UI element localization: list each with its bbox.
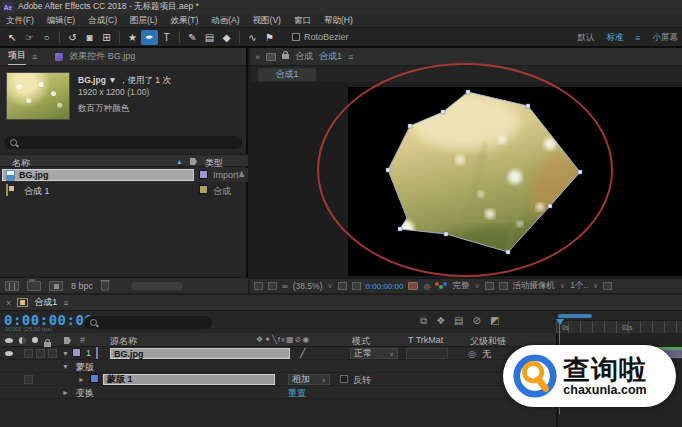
label-color-swatch[interactable] [199, 185, 208, 194]
timeline-tab-comp1[interactable]: 合成1 [34, 296, 57, 309]
new-composition-icon[interactable] [49, 281, 63, 291]
tab-comp1[interactable]: 合成1 [258, 68, 316, 81]
layer-name[interactable]: BG.jpg [110, 348, 290, 359]
project-item-row[interactable]: 合成 1 合成 [0, 183, 248, 197]
tab-project[interactable]: 项目 [8, 49, 26, 65]
close-icon[interactable]: × [6, 298, 11, 308]
show-channels-icon[interactable] [435, 282, 447, 290]
chevron-down-icon[interactable]: ∨ [560, 282, 565, 290]
workspace-more-icon[interactable]: ≡ [636, 33, 641, 43]
layer-visibility-eye-icon[interactable] [5, 351, 13, 356]
menu-animation[interactable]: 动画(A) [211, 15, 239, 27]
expand-arrow-icon[interactable]: ► [78, 376, 85, 383]
menu-file[interactable]: 文件(F) [6, 15, 34, 27]
workspace-default[interactable]: 默认 [578, 32, 595, 44]
composition-mini-flowchart-icon[interactable]: ⧉ [420, 315, 427, 327]
3d-glasses-icon[interactable]: ∞ [282, 282, 288, 291]
project-search-input[interactable] [4, 136, 242, 149]
menu-window[interactable]: 窗口 [294, 15, 311, 27]
menu-effect[interactable]: 效果(T) [170, 15, 198, 27]
graph-editor-icon[interactable]: ◩ [490, 315, 499, 327]
mask-name[interactable]: 蒙版 1 [103, 374, 275, 385]
time-ruler[interactable]: 0s 01s [556, 320, 682, 333]
chevron-down-icon[interactable]: ∨ [474, 282, 479, 290]
viewer-panel-menu-icon[interactable]: ≡ [348, 52, 353, 62]
transparency-grid-icon[interactable] [352, 282, 361, 290]
footage-thumbnail[interactable] [6, 72, 70, 120]
composition-viewport[interactable] [250, 82, 682, 278]
label-column-icon[interactable] [64, 337, 71, 344]
mask-row[interactable]: ► 蒙版 1 相加 ∨ 反转 [0, 373, 554, 386]
pixel-aspect-icon[interactable] [603, 282, 612, 290]
pickwhip-icon[interactable]: ◎ [468, 349, 476, 359]
audio-column-icon[interactable] [19, 337, 26, 344]
clone-stamp-tool-icon[interactable]: ▤ [201, 30, 218, 45]
mask-visibility-toggle[interactable] [24, 375, 33, 384]
panel-chevrons-icon[interactable]: » [255, 52, 260, 62]
mask-mode-dropdown[interactable]: 相加 ∨ [288, 374, 330, 385]
view-count-dropdown[interactable]: 1个.. [570, 280, 588, 292]
timeline-search-input[interactable] [84, 316, 212, 329]
expand-arrow-icon[interactable]: ► [62, 389, 69, 396]
frame-blending-icon[interactable]: ▤ [454, 315, 463, 327]
menu-view[interactable]: 视图(V) [253, 15, 281, 27]
brush-tool-icon[interactable]: ✎ [184, 30, 201, 45]
zoom-tool-icon[interactable]: ○ [38, 30, 55, 45]
layer-row-bg[interactable]: ▼ 1 BG.jpg ╱ 正常 ∨ ◎ 无 [0, 347, 554, 360]
trkmat-column[interactable]: T TrkMat [408, 335, 443, 345]
menu-help[interactable]: 帮助(H) [324, 15, 353, 27]
menu-composition[interactable]: 合成(C) [88, 15, 117, 27]
show-snapshot-icon[interactable]: ◎ [423, 282, 430, 291]
puppet-pin-tool-icon[interactable]: ⚑ [261, 30, 278, 45]
always-preview-icon[interactable] [254, 282, 263, 290]
project-item-row[interactable]: BG.jpg Import ♟ [0, 168, 248, 182]
chevron-down-icon[interactable]: ∨ [327, 282, 332, 290]
pan-behind-tool-icon[interactable]: ⊞ [98, 30, 115, 45]
masks-group-row[interactable]: ▼ 蒙版 [0, 360, 554, 373]
magnification-dropdown[interactable]: (38.5%) [293, 281, 323, 291]
layer-label-swatch[interactable] [72, 348, 81, 357]
roto-brush-tool-icon[interactable]: ∿ [244, 30, 261, 45]
tab-effect-controls[interactable]: 效果控件 BG.jpg [69, 50, 135, 63]
menu-layer[interactable]: 图层(L) [130, 15, 157, 27]
label-color-swatch[interactable] [199, 170, 208, 179]
video-column-icon[interactable] [5, 338, 13, 343]
audio-toggle[interactable] [24, 349, 33, 358]
shy-layers-icon[interactable]: ❖ [436, 315, 445, 327]
rotobezier-checkbox[interactable] [292, 33, 300, 41]
timeline-horizontal-scrollbar[interactable] [558, 314, 592, 318]
view-layout-dropdown[interactable]: 活动摄像机 [513, 280, 556, 292]
shape-tool-icon[interactable]: ★ [124, 30, 141, 45]
expand-arrow-icon[interactable]: ▼ [62, 350, 69, 357]
horizontal-scrollbar[interactable] [131, 282, 183, 290]
rotobezier-toggle[interactable]: RotoBezier [292, 32, 349, 42]
grid-guides-icon[interactable] [499, 282, 508, 290]
transform-row[interactable]: ► 变换 重置 [0, 386, 554, 399]
mask-color-swatch[interactable] [90, 374, 99, 383]
expand-arrow-icon[interactable]: ▼ [62, 363, 69, 370]
motion-blur-icon[interactable]: ⊘ [473, 315, 481, 327]
sort-arrow-icon[interactable]: ▲ [176, 158, 183, 165]
workspace-standard[interactable]: 标准 [607, 32, 624, 44]
viewer-timecode[interactable]: 0:00:00:00 [366, 282, 404, 291]
project-panel-menu-icon[interactable]: ≡ [32, 52, 37, 62]
new-folder-icon[interactable] [27, 281, 41, 291]
rotation-tool-icon[interactable]: ↺ [64, 30, 81, 45]
label-column-icon[interactable] [190, 158, 197, 165]
main-screen-icon[interactable] [268, 282, 277, 290]
target-region-icon[interactable] [485, 282, 494, 290]
type-tool-icon[interactable]: T [158, 30, 175, 45]
hand-tool-icon[interactable]: ☞ [21, 30, 38, 45]
blend-mode-dropdown[interactable]: 正常 ∨ [350, 348, 398, 359]
selection-tool-icon[interactable]: ↖ [4, 30, 21, 45]
resolution-dropdown[interactable]: 完整 [452, 280, 469, 292]
timeline-panel-menu-icon[interactable]: ≡ [63, 298, 68, 308]
project-bit-depth[interactable]: 8 bpc [71, 281, 93, 291]
pen-tool-icon[interactable]: ✒ [141, 30, 158, 45]
eraser-tool-icon[interactable]: ◆ [218, 30, 235, 45]
camera-tool-icon[interactable]: ◙ [81, 30, 98, 45]
interpret-footage-icon[interactable] [5, 281, 19, 291]
transform-reset-link[interactable]: 重置 [288, 387, 306, 400]
snapshot-icon[interactable] [408, 282, 418, 290]
quality-switch-icon[interactable]: ╱ [300, 348, 305, 358]
